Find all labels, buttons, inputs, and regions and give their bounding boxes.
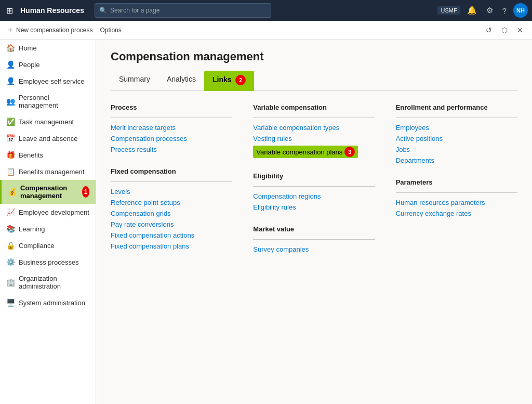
people-icon: 👤 (6, 60, 15, 69)
sidebar-item-label: Employee self service (19, 77, 84, 85)
org-code-badge: USMF (437, 6, 460, 15)
org-admin-icon: 🏢 (6, 278, 15, 286)
action-bar-right: ↺ ⬡ ✕ (483, 25, 526, 35)
link-process-results[interactable]: Process results (111, 144, 232, 155)
link-merit-increase-targets[interactable]: Merit increase targets (111, 122, 232, 133)
sidebar-item-personnel-management[interactable]: 👥 Personnel management (0, 89, 96, 113)
link-compensation-regions[interactable]: Compensation regions (253, 191, 375, 202)
sidebar-item-label: Leave and absence (19, 135, 77, 142)
link-compensation-grids[interactable]: Compensation grids (111, 208, 232, 219)
sidebar-item-employee-development[interactable]: 📈 Employee development (0, 204, 96, 220)
section-process-title: Process (111, 103, 232, 113)
sidebar-item-organization-administration[interactable]: 🏢 Organization administration (0, 270, 96, 294)
sidebar-item-employee-self-service[interactable]: 👤 Employee self service (0, 73, 96, 89)
tab-analytics[interactable]: Analytics (158, 71, 204, 91)
tab-summary[interactable]: Summary (111, 71, 158, 91)
link-variable-compensation-types[interactable]: Variable compensation types (253, 122, 375, 133)
options-label: Options (100, 27, 121, 34)
plus-icon: ＋ (6, 25, 14, 35)
sidebar: 🏠 Home 👤 People 👤 Employee self service … (0, 40, 96, 404)
tab-summary-label: Summary (119, 75, 150, 83)
compensation-management-icon: 💰 (8, 188, 16, 196)
sidebar-item-people[interactable]: 👤 People (0, 56, 96, 73)
search-bar[interactable]: 🔍 Search for a page (95, 3, 271, 18)
sidebar-item-home[interactable]: 🏠 Home (0, 40, 96, 56)
sidebar-item-leave-and-absence[interactable]: 📅 Leave and absence (0, 130, 96, 147)
app-title: Human Resources (20, 6, 84, 15)
link-reference-point-setups[interactable]: Reference point setups (111, 197, 232, 208)
section-enrollment-title: Enrollment and performance (396, 103, 517, 113)
pop-out-button[interactable]: ⬡ (499, 25, 510, 35)
sidebar-item-business-processes[interactable]: ⚙️ Business processes (0, 254, 96, 270)
sidebar-item-compensation-management[interactable]: 💰 Compensation management 1 (0, 180, 96, 204)
compliance-icon: 🔒 (6, 241, 15, 250)
sidebar-item-benefits[interactable]: 🎁 Benefits (0, 147, 96, 163)
new-compensation-process-button[interactable]: ＋ New compensation process (6, 25, 92, 35)
sidebar-item-label: System administration (19, 299, 85, 307)
section-eligibility: Eligibility Compensation regions Eligibi… (253, 172, 375, 213)
section-fixed-compensation: Fixed compensation Levels Reference poin… (111, 167, 232, 252)
link-hr-parameters[interactable]: Human resources parameters (396, 197, 517, 208)
task-management-icon: ✅ (6, 118, 15, 126)
tabs-bar: Summary Analytics Links 2 (111, 71, 517, 91)
sidebar-item-compliance[interactable]: 🔒 Compliance (0, 237, 96, 254)
search-placeholder: Search for a page (110, 7, 159, 14)
action-bar: ＋ New compensation process Options ↺ ⬡ ✕ (0, 21, 532, 40)
sidebar-item-system-administration[interactable]: 🖥️ System administration (0, 294, 96, 311)
tab-links-badge: 2 (235, 75, 246, 85)
options-button[interactable]: Options (100, 27, 121, 34)
section-market-value: Market value Survey companies (253, 225, 375, 255)
link-jobs[interactable]: Jobs (396, 144, 517, 155)
system-admin-icon: 🖥️ (6, 298, 15, 307)
home-icon: 🏠 (6, 44, 15, 52)
link-badge-3: 3 (344, 147, 355, 157)
help-button[interactable]: ? (500, 5, 509, 17)
link-variable-compensation-plans[interactable]: Variable compensation plans 3 (253, 146, 358, 158)
link-survey-companies[interactable]: Survey companies (253, 244, 375, 255)
link-employees[interactable]: Employees (396, 122, 517, 133)
avatar[interactable]: NH (513, 3, 528, 18)
sidebar-item-label: Employee development (19, 208, 89, 216)
link-vesting-rules[interactable]: Vesting rules (253, 133, 375, 144)
refresh-button[interactable]: ↺ (483, 25, 495, 35)
content-area: Compensation management Summary Analytic… (96, 40, 532, 404)
section-process: Process Merit increase targets Compensat… (111, 103, 232, 155)
section-parameters-title: Parameters (396, 178, 517, 188)
link-compensation-processes[interactable]: Compensation processes (111, 133, 232, 144)
column-2: Variable compensation Variable compensat… (253, 103, 375, 255)
sidebar-item-learning[interactable]: 📚 Learning (0, 220, 96, 237)
column-3: Enrollment and performance Employees Act… (396, 103, 517, 255)
section-enrollment-performance: Enrollment and performance Employees Act… (396, 103, 517, 166)
close-button[interactable]: ✕ (514, 25, 526, 35)
section-market-value-title: Market value (253, 225, 375, 235)
link-levels[interactable]: Levels (111, 186, 232, 197)
tab-links[interactable]: Links 2 (204, 71, 254, 91)
personnel-management-icon: 👥 (6, 97, 15, 106)
leave-absence-icon: 📅 (6, 134, 15, 142)
sidebar-item-label: People (19, 61, 39, 69)
grid-icon[interactable]: ⊞ (4, 4, 15, 18)
link-pay-rate-conversions[interactable]: Pay rate conversions (111, 219, 232, 230)
employee-self-service-icon: 👤 (6, 77, 15, 85)
search-icon: 🔍 (99, 7, 107, 14)
sidebar-item-label: Learning (19, 225, 45, 233)
sidebar-item-label: Compliance (19, 242, 55, 250)
link-active-positions[interactable]: Active positions (396, 133, 517, 144)
section-enrollment-divider (396, 118, 517, 118)
link-fixed-compensation-plans[interactable]: Fixed compensation plans (111, 241, 232, 252)
settings-button[interactable]: ⚙ (484, 4, 496, 17)
link-departments[interactable]: Departments (396, 155, 517, 166)
link-eligibility-rules[interactable]: Eligibility rules (253, 202, 375, 213)
section-eligibility-divider (253, 186, 375, 187)
section-process-divider (111, 118, 232, 118)
link-currency-exchange-rates[interactable]: Currency exchange rates (396, 208, 517, 219)
links-content: Process Merit increase targets Compensat… (111, 103, 517, 255)
sidebar-item-benefits-management[interactable]: 📋 Benefits management (0, 163, 96, 180)
sidebar-badge-1: 1 (82, 186, 89, 198)
section-variable-compensation-title: Variable compensation (253, 103, 375, 113)
sidebar-item-task-management[interactable]: ✅ Task management (0, 113, 96, 130)
notification-bell-button[interactable]: 🔔 (464, 4, 480, 17)
sidebar-item-label: Benefits management (19, 168, 84, 176)
new-button-label: New compensation process (16, 27, 92, 34)
link-fixed-compensation-actions[interactable]: Fixed compensation actions (111, 230, 232, 241)
